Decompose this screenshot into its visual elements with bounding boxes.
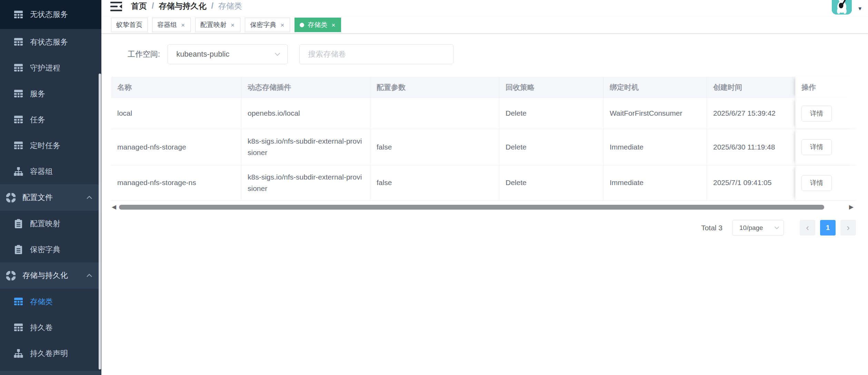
main-area: 首页 / 存储与持久化 / 存储类 ▼ 蚁挚首页 容器组 — [101, 0, 868, 375]
workspace-select[interactable]: kubeants-public — [168, 44, 288, 64]
cell-reclaim: Delete — [499, 129, 603, 165]
close-icon[interactable]: × — [280, 22, 285, 28]
grid-icon — [14, 37, 23, 47]
cell-parameters: false — [370, 165, 499, 200]
cell-actions: 详情 — [795, 129, 856, 165]
breadcrumb-home[interactable]: 首页 — [131, 1, 147, 11]
sidebar-item-pv[interactable]: 持久卷 — [0, 315, 101, 340]
sidebar-item-pvc[interactable]: 持久卷声明 — [0, 340, 101, 366]
sidebar-group-storage[interactable]: 存储与持久化 — [0, 262, 101, 289]
page-size-select[interactable]: 10/page — [732, 220, 784, 235]
detail-button[interactable]: 详情 — [801, 175, 832, 191]
sitemap-icon — [14, 349, 23, 358]
grid-icon — [14, 63, 23, 73]
tab-secret[interactable]: 保密字典 × — [245, 18, 290, 32]
sidebar-item-job[interactable]: 任务 — [0, 107, 101, 133]
sidebar-item-label: 存储类 — [30, 297, 53, 307]
cell-provisioner: k8s-sigs.io/nfs-subdir-external-provisio… — [241, 129, 370, 165]
close-icon[interactable]: × — [331, 22, 336, 28]
column-header-name: 名称 — [111, 77, 241, 98]
clipboard-icon — [14, 245, 23, 254]
sidebar-item-label: 持久卷 — [30, 323, 53, 333]
cell-actions: 详情 — [795, 98, 856, 129]
chevron-up-icon — [86, 274, 92, 278]
cell-provisioner: k8s-sigs.io/nfs-subdir-external-provisio… — [241, 165, 370, 200]
column-header-binding: 绑定时机 — [603, 77, 707, 98]
table-body: local openebs.io/local Delete WaitForFir… — [111, 98, 856, 201]
sidebar-item-stateful[interactable]: 有状态服务 — [0, 29, 101, 55]
table-header: 名称 动态存储插件 配置参数 回收策略 绑定时机 创建时间 操作 — [111, 77, 856, 98]
sidebar-group-label: 配置文件 — [22, 192, 53, 203]
grid-icon — [14, 297, 23, 306]
sidebar-item-label: 保密字典 — [30, 244, 60, 255]
column-header-actions: 操作 — [795, 77, 856, 98]
close-icon[interactable]: × — [230, 22, 235, 28]
column-header-created: 创建时间 — [707, 77, 795, 98]
sidebar-item-daemonset[interactable]: 守护进程 — [0, 55, 101, 81]
cell-reclaim: Delete — [499, 98, 603, 129]
cell-name: local — [111, 98, 241, 129]
storageclass-table: 名称 动态存储插件 配置参数 回收策略 绑定时机 创建时间 操作 local o… — [111, 77, 856, 201]
tab-label: 存储类 — [308, 20, 327, 29]
sidebar-item-configmap[interactable]: 配置映射 — [0, 211, 101, 237]
sidebar-item-label: 配置映射 — [30, 219, 60, 229]
scroll-left-icon[interactable]: ◀ — [112, 204, 116, 211]
cell-name: managed-nfs-storage-ns — [111, 165, 241, 200]
sidebar-next-group-partial — [0, 371, 101, 375]
sidebar-item-cronjob[interactable]: 定时任务 — [0, 133, 101, 158]
sidebar-item-service[interactable]: 服务 — [0, 81, 101, 107]
detail-button[interactable]: 详情 — [801, 106, 832, 122]
scroll-right-icon[interactable]: ▶ — [849, 204, 854, 211]
table-row: managed-nfs-storage-ns k8s-sigs.io/nfs-s… — [111, 165, 856, 201]
tab-label: 保密字典 — [250, 20, 276, 29]
sidebar-scrollbar[interactable] — [99, 74, 101, 369]
cell-name: managed-nfs-storage — [111, 129, 241, 165]
sidebar-item-storageclass[interactable]: 存储类 — [0, 289, 101, 315]
detail-button[interactable]: 详情 — [801, 139, 832, 155]
sidebar-item-label: 任务 — [30, 115, 45, 125]
tab-home[interactable]: 蚁挚首页 — [111, 18, 148, 32]
next-page-button[interactable]: › — [840, 220, 856, 235]
breadcrumb-storage[interactable]: 存储与持久化 — [159, 1, 206, 11]
pagination-total: Total 3 — [701, 224, 722, 232]
cell-binding: Immediate — [603, 129, 707, 165]
tab-label: 蚁挚首页 — [116, 20, 142, 29]
sidebar-item-pods[interactable]: 容器组 — [0, 158, 101, 184]
cell-created: 2025/7/1 09:41:05 — [707, 165, 795, 200]
cell-parameters — [370, 98, 499, 129]
close-icon[interactable]: × — [180, 22, 186, 28]
avatar-rabbit-image — [832, 0, 852, 15]
sidebar-item-label: 有状态服务 — [30, 37, 68, 47]
user-avatar[interactable] — [832, 0, 852, 15]
sidebar-item-label: 无状态服务 — [30, 9, 68, 20]
cell-binding: Immediate — [603, 165, 707, 200]
sidebar-item-label: 容器组 — [30, 166, 53, 177]
workspace-select-value: kubeants-public — [176, 50, 275, 59]
search-input[interactable] — [299, 44, 453, 64]
workspace-label: 工作空间: — [128, 49, 160, 59]
grid-icon — [14, 323, 23, 332]
avatar-dropdown-caret-icon[interactable]: ▼ — [857, 6, 862, 11]
tab-label: 容器组 — [157, 20, 177, 29]
sidebar-item-stateless[interactable]: 无状态服务 — [0, 0, 101, 29]
chevron-up-icon — [86, 196, 92, 200]
sidebar-spacer — [0, 366, 101, 371]
tab-storageclass-active[interactable]: 存储类 × — [295, 18, 341, 32]
cell-parameters: false — [370, 129, 499, 165]
breadcrumb-separator: / — [152, 1, 154, 11]
horizontal-scrollbar-thumb[interactable] — [119, 205, 824, 210]
chevron-left-icon: ‹ — [806, 222, 809, 233]
chevron-down-icon — [774, 226, 779, 229]
grid-icon — [14, 89, 23, 98]
sidebar-item-secret[interactable]: 保密字典 — [0, 237, 101, 262]
prev-page-button[interactable]: ‹ — [800, 220, 815, 235]
page-number-button[interactable]: 1 — [820, 220, 836, 235]
navbar: 首页 / 存储与持久化 / 存储类 ▼ — [101, 0, 868, 17]
cell-reclaim: Delete — [499, 165, 603, 200]
sidebar-group-config[interactable]: 配置文件 — [0, 184, 101, 211]
clipboard-icon — [14, 219, 23, 228]
cell-binding: WaitForFirstConsumer — [603, 98, 707, 129]
tab-pods[interactable]: 容器组 × — [152, 18, 191, 32]
sidebar-toggle-icon[interactable] — [110, 1, 122, 12]
tab-configmap[interactable]: 配置映射 × — [195, 18, 240, 32]
